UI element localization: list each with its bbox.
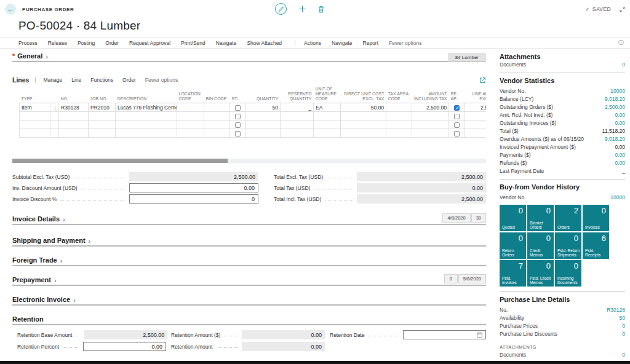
tile-incoming-documents[interactable]: 0Incoming Documents [555, 260, 581, 287]
line-row-empty[interactable] [20, 121, 487, 129]
st-checkbox[interactable] [235, 114, 241, 119]
col-tax-area-code[interactable]: TAX AREA CODE [386, 86, 412, 103]
detail-value-link[interactable]: 0 [622, 330, 625, 338]
re-ap-checkbox[interactable] [454, 131, 460, 136]
inv-discount-amount-field[interactable]: 0.00 [129, 183, 258, 192]
re-ap-checkbox[interactable] [454, 122, 460, 128]
fasttab-electronic-invoice[interactable]: Electronic Invoice › [12, 296, 486, 306]
stat-value-link[interactable]: 9,018.20 [605, 95, 625, 103]
st-checkbox[interactable] [235, 122, 241, 128]
menu-posting[interactable]: Posting [78, 40, 95, 46]
st-checkbox[interactable] [235, 131, 241, 136]
delete-button[interactable] [318, 6, 324, 13]
lines-menu-functions[interactable]: Functions [90, 77, 113, 83]
stat-value-link[interactable]: 0.00 [615, 119, 625, 127]
tile-pstd-receipts[interactable]: 6Pstd. Receipts [583, 232, 609, 259]
line-row-1[interactable]: Item ⋮ R30128 PR2010 Lucas 776 Flashing … [20, 103, 487, 112]
history-vendor-link[interactable]: 10000 [610, 194, 625, 202]
invoice-discount-pct-field[interactable]: 0 [129, 194, 258, 204]
col-st[interactable]: ST... [230, 86, 246, 103]
col-type[interactable]: TYPE [20, 86, 50, 103]
line-row-empty[interactable] [20, 112, 487, 121]
cell-line-amount[interactable]: 2,500.00 [465, 103, 487, 112]
stat-value-link[interactable]: 0.00 [615, 159, 625, 167]
detail-value-link[interactable]: R30128 [607, 306, 625, 314]
tile-pstd-invoices[interactable]: 7Pstd. Invoices [500, 260, 526, 287]
re-ap-checkbox[interactable] [454, 105, 460, 111]
lines-menu-manage[interactable]: Manage [43, 77, 62, 83]
col-unit-of-measure[interactable]: UNIT OF MEASURE CODE [314, 86, 341, 103]
menu-process[interactable]: Process [18, 40, 38, 46]
lines-menu-fewer-options[interactable]: Fewer options [145, 77, 178, 83]
re-ap-checkbox[interactable] [454, 114, 460, 119]
cell-reserved-quantity[interactable]: _ [281, 103, 314, 112]
detail-value-link[interactable]: 50 [620, 314, 625, 322]
tile-invoices[interactable]: 0Invoices [583, 205, 609, 231]
menu-actions[interactable]: Actions [304, 40, 321, 46]
menu-request-approval[interactable]: Request Approval [129, 40, 170, 46]
cell-bin-code[interactable] [204, 103, 230, 112]
col-job-no[interactable]: JOB NO. [89, 86, 116, 103]
cell-direct-unit-cost[interactable]: 50.00 [341, 103, 386, 112]
tile-pstd-return-shipments[interactable]: 0Pstd. Return Shipments [555, 232, 581, 259]
col-direct-unit-cost[interactable]: DIRECT UNIT COST EXCL. TAX [341, 86, 386, 103]
cell-quantity[interactable]: 50 [246, 103, 281, 112]
tile-return-orders[interactable]: 0Return Orders [500, 232, 526, 259]
documents-count-link[interactable]: 0 [622, 61, 625, 69]
detail-value-link[interactable]: 0 [622, 322, 625, 330]
calendar-icon[interactable] [477, 332, 482, 338]
col-location-code[interactable]: LOCATION CODE [177, 86, 204, 103]
cell-no[interactable]: R30128 [59, 103, 89, 112]
info-icon[interactable]: ⓘ [618, 39, 624, 47]
tile-orders[interactable]: 2Orders [555, 205, 581, 231]
cell-unit-of-measure[interactable]: EA [314, 103, 341, 112]
col-no[interactable]: NO. [59, 86, 89, 103]
tile-blanket-orders[interactable]: 0Blanket Orders [527, 205, 554, 231]
fasttab-shipping-and-payment[interactable]: Shipping and Payment › [12, 237, 486, 247]
col-reserved-quantity[interactable]: RESERVED QUANTITY [281, 86, 314, 103]
cell-type[interactable]: Item [20, 103, 50, 112]
cell-location-code[interactable] [177, 103, 204, 112]
stat-value-link[interactable]: 9,018.20 [605, 135, 625, 143]
col-amount-including-tax[interactable]: AMOUNT INCLUDING TAX [412, 86, 449, 103]
scrollbar-thumb[interactable] [12, 159, 228, 163]
line-documents-count-link[interactable]: 0 [622, 351, 625, 359]
new-button[interactable] [299, 6, 306, 12]
lines-menu-line[interactable]: Line [71, 77, 81, 83]
back-button[interactable]: ← [5, 4, 16, 15]
edit-button[interactable] [275, 3, 287, 15]
stat-value-link[interactable]: 2,500.00 [605, 103, 625, 111]
row-menu-button[interactable]: ⋮ [50, 103, 59, 112]
stat-value-link[interactable]: 0.00 [615, 151, 625, 159]
fasttab-general[interactable]: * General › 84 Lumber [12, 52, 486, 62]
tile-pstd-credit-memos[interactable]: 0Pstd. Credit Memos [527, 260, 554, 287]
cell-job-no[interactable]: PR2010 [89, 103, 116, 112]
tile-quotes[interactable]: 0Quotes [500, 205, 526, 231]
menu-report[interactable]: Report [363, 40, 379, 46]
fasttab-invoice-details[interactable]: Invoice Details › 4/8/2020 30 [12, 215, 486, 225]
col-bin-code[interactable]: BIN CODE [204, 86, 230, 103]
col-description[interactable]: DESCRIPTION [116, 86, 177, 103]
fasttab-prepayment[interactable]: Prepayment › 0 5/8/2020 [12, 276, 486, 286]
stat-value-link[interactable]: 0.00 [615, 111, 625, 119]
line-row-empty[interactable] [20, 129, 487, 138]
stat-value-link[interactable]: 10000 [610, 87, 625, 95]
menu-release[interactable]: Release [48, 40, 67, 46]
cell-st[interactable] [230, 103, 246, 112]
st-checkbox[interactable] [235, 105, 241, 111]
fasttab-retention[interactable]: Retention [12, 315, 486, 325]
menu-show-attached[interactable]: Show Attached [247, 40, 282, 46]
maximize-button[interactable] [620, 7, 625, 12]
tile-credit-memos[interactable]: 0Credit Memos [527, 232, 554, 259]
cell-description[interactable]: Lucas 776 Flashing Cement [116, 103, 177, 112]
col-re-ap[interactable]: RE... AP... [449, 86, 465, 103]
col-quantity[interactable]: QUANTITY [246, 86, 281, 103]
menu-order[interactable]: Order [105, 40, 119, 46]
retention-percent-field[interactable]: 0.00 [83, 342, 166, 351]
lines-open-in-new-button[interactable] [479, 77, 486, 84]
menu-fewer-options[interactable]: Fewer options [389, 40, 421, 46]
menu-navigate[interactable]: Navigate [216, 40, 237, 46]
lines-horizontal-scrollbar[interactable] [12, 159, 486, 163]
menu-print-send[interactable]: Print/Send [181, 40, 205, 46]
cell-amount-including-tax[interactable]: 2,500.00 [412, 103, 449, 112]
